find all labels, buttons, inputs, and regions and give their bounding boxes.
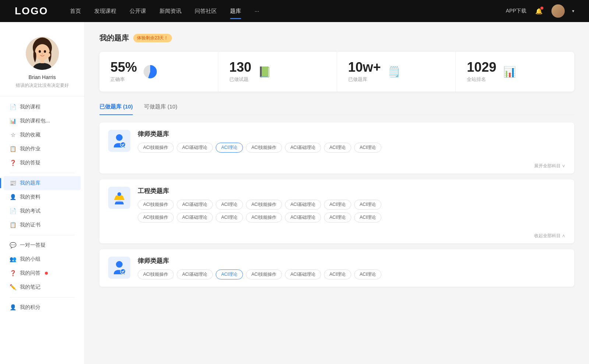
- bank-title-lawyer-2: 律师类题库: [138, 257, 565, 265]
- l2-tag-1[interactable]: ACI基础理论: [177, 270, 213, 279]
- sidebar-item-homework[interactable]: 📋 我的作业: [4, 142, 81, 156]
- eng-tag-r2-5[interactable]: ACI理论: [324, 213, 351, 222]
- menu-divider-3: [10, 297, 75, 297]
- sidebar-item-my-qa[interactable]: ❓ 我的问答: [4, 266, 81, 280]
- sidebar-item-group[interactable]: 👥 我的小组: [4, 252, 81, 266]
- l2-tag-0[interactable]: ACI技能操作: [138, 270, 174, 279]
- svg-point-3: [39, 50, 41, 53]
- sidebar-item-label: 我的课程: [20, 104, 40, 110]
- bank-section-lawyer-1: 律师类题库 ACI技能操作 ACI基础理论 ACI理论 ACI技能操作 ACI基…: [99, 122, 574, 174]
- bank-footer-lawyer-1: 展开全部科目 ∨: [99, 160, 574, 174]
- user-avatar[interactable]: [551, 4, 565, 18]
- sidebar-item-my-course[interactable]: 📄 我的课程: [4, 100, 81, 114]
- tag-1[interactable]: ACI基础理论: [177, 143, 213, 153]
- nav-discover[interactable]: 发现课程: [94, 6, 116, 16]
- app-download-button[interactable]: APP下载: [506, 8, 526, 14]
- sidebar-item-label: 我的积分: [20, 304, 40, 311]
- tab-available-banks[interactable]: 可做题库 (10): [144, 100, 177, 115]
- header-right: APP下载 🔔 ▾: [506, 4, 574, 18]
- nav-news[interactable]: 新闻资讯: [159, 6, 181, 16]
- l2-tag-3[interactable]: ACI技能操作: [246, 270, 282, 279]
- lawyer-icon-wrap: [108, 130, 130, 152]
- sidebar-item-one-on-one[interactable]: 💬 一对一答疑: [4, 238, 81, 252]
- l2-tag-4[interactable]: ACI基础理论: [285, 270, 321, 279]
- stat-accuracy-label: 正确率: [110, 76, 137, 83]
- sidebar-item-label: 一对一答疑: [20, 242, 46, 249]
- eng-tag-r2-2[interactable]: ACI理论: [216, 213, 243, 222]
- question-icon: ❓: [10, 160, 16, 166]
- sidebar-item-label: 我的考试: [20, 208, 40, 214]
- svg-rect-14: [116, 201, 122, 202]
- user-menu-chevron[interactable]: ▾: [572, 8, 574, 14]
- avatar-image: [551, 4, 565, 18]
- bank-footer-engineer: 收起全部科目 ∧: [99, 230, 574, 243]
- bank-header-lawyer-2: 律师类题库 ACI技能操作 ACI基础理论 ACI理论 ACI技能操作 ACI基…: [108, 257, 565, 279]
- nav-qa[interactable]: 问答社区: [195, 6, 217, 16]
- eng-tag-r2-6[interactable]: ACI理论: [354, 213, 381, 222]
- lawyer-icon: [112, 133, 127, 148]
- eng-tag-5[interactable]: ACI理论: [324, 200, 351, 210]
- eng-tag-6[interactable]: ACI理论: [354, 200, 381, 210]
- page-header: 我的题库 体验剩余23天！: [99, 33, 574, 43]
- sidebar-item-points[interactable]: 👤 我的积分: [4, 300, 81, 314]
- sidebar-item-questions[interactable]: ❓ 我的答疑: [4, 156, 81, 170]
- sidebar-item-notes[interactable]: ✏️ 我的笔记: [4, 280, 81, 294]
- eng-tag-r2-1[interactable]: ACI基础理论: [177, 213, 213, 222]
- sidebar-item-label: 我的课程包...: [20, 118, 50, 124]
- tag-3[interactable]: ACI技能操作: [246, 143, 282, 153]
- sidebar-item-label: 我的作业: [20, 146, 40, 152]
- bank-section-engineer-content: 工程类题库 ACI技能操作 ACI基础理论 ACI理论 ACI技能操作 ACI基…: [99, 179, 574, 230]
- stat-done-label: 已做试题: [229, 76, 251, 83]
- eng-tag-r2-3[interactable]: ACI技能操作: [246, 213, 282, 222]
- bank-tags-lawyer-2: ACI技能操作 ACI基础理论 ACI理论 ACI技能操作 ACI基础理论 AC…: [138, 270, 565, 279]
- tag-5[interactable]: ACI理论: [324, 143, 351, 153]
- sidebar-item-certificate[interactable]: 📋 我的证书: [4, 218, 81, 232]
- group-icon: 👥: [10, 256, 16, 263]
- notification-bell[interactable]: 🔔: [534, 6, 544, 16]
- stat-banks-text: 10w+ 已做题库: [348, 61, 381, 83]
- tag-4[interactable]: ACI基础理论: [285, 143, 321, 153]
- tag-2-active[interactable]: ACI理论: [216, 143, 243, 153]
- nav-question-bank[interactable]: 题库: [230, 6, 241, 16]
- tag-0[interactable]: ACI技能操作: [138, 143, 174, 153]
- tag-6[interactable]: ACI理论: [354, 143, 381, 153]
- svg-rect-6: [40, 59, 44, 63]
- nav-open-course[interactable]: 公开课: [130, 6, 146, 16]
- expand-button-lawyer-1[interactable]: 展开全部科目 ∨: [534, 163, 565, 168]
- nav-more[interactable]: ···: [254, 6, 259, 16]
- course-icon: 📄: [10, 104, 16, 110]
- l2-tag-2-active[interactable]: ACI理论: [216, 270, 243, 279]
- main-content: 我的题库 体验剩余23天！ 55% 正确率 130 已做试题 📗: [85, 22, 589, 364]
- bank-section-lawyer-1-content: 律师类题库 ACI技能操作 ACI基础理论 ACI理论 ACI技能操作 ACI基…: [99, 122, 574, 160]
- logo[interactable]: LOGO: [15, 5, 48, 17]
- profile-icon: 👤: [10, 194, 16, 200]
- sidebar-item-exam[interactable]: 📄 我的考试: [4, 204, 81, 218]
- eng-tag-2[interactable]: ACI理论: [216, 200, 243, 210]
- profile-avatar[interactable]: [26, 37, 59, 70]
- eng-tag-4[interactable]: ACI基础理论: [285, 200, 321, 210]
- lawyer-icon-wrap-2: [108, 257, 130, 279]
- stat-done-text: 130 已做试题: [229, 61, 251, 83]
- sidebar-item-course-package[interactable]: 📊 我的课程包...: [4, 114, 81, 128]
- exam-icon: 📄: [10, 208, 16, 214]
- bank-tags-engineer-row1: ACI技能操作 ACI基础理论 ACI理论 ACI技能操作 ACI基础理论 AC…: [138, 200, 565, 210]
- bar-chart-red-icon: 📊: [502, 64, 517, 79]
- accuracy-chart-icon: [143, 64, 158, 79]
- eng-tag-r2-4[interactable]: ACI基础理论: [285, 213, 321, 222]
- nav-home[interactable]: 首页: [70, 6, 81, 16]
- sidebar-item-favorites[interactable]: ☆ 我的收藏: [4, 128, 81, 142]
- l2-tag-6[interactable]: ACI理论: [354, 270, 381, 279]
- tab-done-banks[interactable]: 已做题库 (10): [99, 100, 133, 115]
- cert-icon: 📋: [10, 222, 16, 228]
- eng-tag-r2-0[interactable]: ACI技能操作: [138, 213, 174, 222]
- svg-point-16: [120, 269, 126, 274]
- eng-tag-0[interactable]: ACI技能操作: [138, 200, 174, 210]
- sidebar-item-question-bank[interactable]: 📰 我的题库: [4, 176, 81, 190]
- sidebar-item-profile[interactable]: 👤 我的资料: [4, 190, 81, 204]
- page-title: 我的题库: [99, 33, 129, 43]
- eng-tag-3[interactable]: ACI技能操作: [246, 200, 282, 210]
- collapse-button-engineer[interactable]: 收起全部科目 ∧: [534, 233, 565, 238]
- bank-tags-engineer-row2: ACI技能操作 ACI基础理论 ACI理论 ACI技能操作 ACI基础理论 AC…: [138, 213, 565, 222]
- eng-tag-1[interactable]: ACI基础理论: [177, 200, 213, 210]
- l2-tag-5[interactable]: ACI理论: [324, 270, 351, 279]
